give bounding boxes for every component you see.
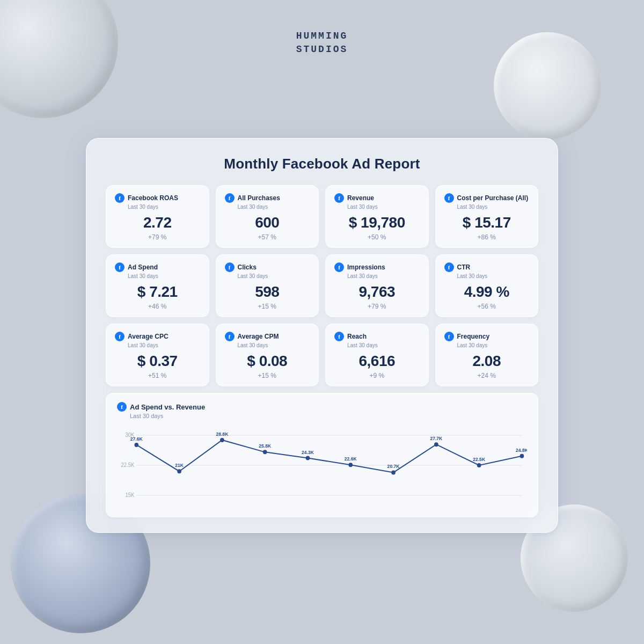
metric-card-revenue: f Revenue Last 30 days $ 19,780 +50 %: [325, 185, 429, 248]
fb-icon-chart: f: [117, 402, 127, 412]
metric-card-ad-spend: f Ad Spend Last 30 days $ 7.21 +46 %: [106, 254, 209, 317]
metric-period-clicks: Last 30 days: [238, 273, 310, 279]
y-axis-label: 22.5K: [121, 462, 135, 468]
metric-header-reach: f Reach: [334, 332, 420, 341]
metric-period-impressions: Last 30 days: [347, 273, 420, 279]
metric-value-impressions: 9,763: [334, 283, 420, 301]
blob-top-left: [0, 0, 118, 118]
metric-card-ctr: f CTR Last 30 days 4.99 % +56 %: [435, 254, 539, 317]
data-point-label: 24.3K: [302, 449, 314, 455]
data-point-label: 27.6K: [130, 436, 143, 442]
chart-dot: [477, 463, 481, 467]
chart-dot: [434, 442, 438, 447]
fb-icon-ad-spend: f: [115, 262, 125, 272]
fb-icon-revenue: f: [334, 193, 344, 203]
metric-name-reach: Reach: [347, 333, 367, 340]
line-chart-svg: 30K22.5K15K27.6K21K28.8K25.8K24.3K22.6K2…: [117, 425, 527, 510]
metric-name-clicks: Clicks: [238, 264, 257, 271]
metric-header-all-purchases: f All Purchases: [225, 193, 310, 203]
metric-name-average-cpc: Average CPC: [128, 333, 169, 340]
chart-dot: [520, 454, 524, 458]
fb-icon-facebook-roas: f: [115, 193, 125, 203]
metric-card-cost-per-purchase: f Cost per Purchase (All) Last 30 days $…: [435, 185, 539, 248]
fb-icon-reach: f: [334, 332, 344, 341]
metric-value-ad-spend: $ 7.21: [115, 283, 200, 301]
metric-change-ad-spend: +46 %: [115, 303, 200, 310]
metric-header-cost-per-purchase: f Cost per Purchase (All): [444, 193, 530, 203]
fb-icon-cost-per-purchase: f: [444, 193, 454, 203]
metric-change-facebook-roas: +79 %: [115, 233, 200, 241]
metric-header-average-cpc: f Average CPC: [115, 332, 200, 341]
chart-dot: [134, 443, 138, 447]
blob-top-right: [494, 32, 601, 140]
data-point-label: 27.7K: [430, 436, 443, 441]
metric-period-revenue: Last 30 days: [347, 204, 420, 210]
fb-icon-average-cpm: f: [225, 332, 235, 341]
metric-value-average-cpc: $ 0.37: [115, 353, 200, 370]
fb-icon-frequency: f: [444, 332, 454, 341]
data-point-label: 22.6K: [345, 456, 357, 462]
chart-dot: [220, 438, 224, 442]
data-point-label: 24.8K: [516, 448, 527, 453]
logo: HUMMING STUDIOS: [296, 30, 348, 56]
metric-value-average-cpm: $ 0.08: [225, 353, 310, 370]
metric-change-average-cpc: +51 %: [115, 372, 200, 379]
chart-dot: [177, 469, 181, 473]
metric-header-average-cpm: f Average CPM: [225, 332, 310, 341]
fb-icon-average-cpc: f: [115, 332, 125, 341]
fb-icon-all-purchases: f: [225, 193, 235, 203]
metric-value-reach: 6,616: [334, 353, 420, 370]
metric-card-all-purchases: f All Purchases Last 30 days 600 +57 %: [216, 185, 319, 248]
metric-name-all-purchases: All Purchases: [238, 194, 280, 202]
metric-name-facebook-roas: Facebook ROAS: [128, 194, 178, 202]
metric-card-impressions: f Impressions Last 30 days 9,763 +79 %: [325, 254, 429, 317]
data-point-label: 21K: [175, 463, 184, 468]
y-axis-label: 15K: [125, 492, 134, 498]
chart-header: f Ad Spend vs. Revenue: [117, 402, 527, 412]
metric-period-frequency: Last 30 days: [457, 342, 530, 348]
metric-change-cost-per-purchase: +86 %: [444, 233, 530, 241]
data-point-label: 25.8K: [259, 443, 272, 449]
main-card: Monthly Facebook Ad Report f Facebook RO…: [86, 138, 558, 533]
metric-period-ctr: Last 30 days: [457, 273, 530, 279]
metric-change-ctr: +56 %: [444, 303, 530, 310]
metric-name-impressions: Impressions: [347, 264, 385, 271]
metric-name-average-cpm: Average CPM: [238, 333, 279, 340]
metric-period-cost-per-purchase: Last 30 days: [457, 204, 530, 210]
metric-card-reach: f Reach Last 30 days 6,616 +9 %: [325, 324, 429, 386]
metric-header-frequency: f Frequency: [444, 332, 530, 341]
metric-change-all-purchases: +57 %: [225, 233, 310, 241]
metric-header-ctr: f CTR: [444, 262, 530, 272]
metric-value-facebook-roas: 2.72: [115, 214, 200, 231]
chart-dot: [306, 456, 310, 460]
metric-header-facebook-roas: f Facebook ROAS: [115, 193, 200, 203]
metric-card-clicks: f Clicks Last 30 days 598 +15 %: [216, 254, 319, 317]
metric-name-ad-spend: Ad Spend: [128, 264, 158, 271]
metric-header-ad-spend: f Ad Spend: [115, 262, 200, 272]
metric-value-all-purchases: 600: [225, 214, 310, 231]
metrics-grid: f Facebook ROAS Last 30 days 2.72 +79 % …: [106, 185, 538, 386]
metric-period-ad-spend: Last 30 days: [128, 273, 200, 279]
metric-value-cost-per-purchase: $ 15.17: [444, 214, 530, 231]
chart-dot: [263, 450, 267, 454]
data-point-label: 20.7K: [387, 464, 400, 469]
metric-value-frequency: 2.08: [444, 353, 530, 370]
metric-name-cost-per-purchase: Cost per Purchase (All): [457, 194, 529, 202]
metric-card-average-cpc: f Average CPC Last 30 days $ 0.37 +51 %: [106, 324, 209, 386]
metric-value-ctr: 4.99 %: [444, 283, 530, 301]
metric-period-reach: Last 30 days: [347, 342, 420, 348]
chart-line: [136, 440, 522, 472]
fb-icon-clicks: f: [225, 262, 235, 272]
metric-name-frequency: Frequency: [457, 333, 490, 340]
chart-dot: [348, 463, 353, 467]
data-point-label: 22.5K: [473, 457, 486, 462]
fb-icon-impressions: f: [334, 262, 344, 272]
metric-period-facebook-roas: Last 30 days: [128, 204, 200, 210]
metric-change-revenue: +50 %: [334, 233, 420, 241]
chart-period: Last 30 days: [130, 413, 527, 419]
metric-change-frequency: +24 %: [444, 372, 530, 379]
metric-value-clicks: 598: [225, 283, 310, 301]
metric-change-clicks: +15 %: [225, 303, 310, 310]
chart-container: 30K22.5K15K27.6K21K28.8K25.8K24.3K22.6K2…: [117, 425, 527, 510]
metric-change-reach: +9 %: [334, 372, 420, 379]
